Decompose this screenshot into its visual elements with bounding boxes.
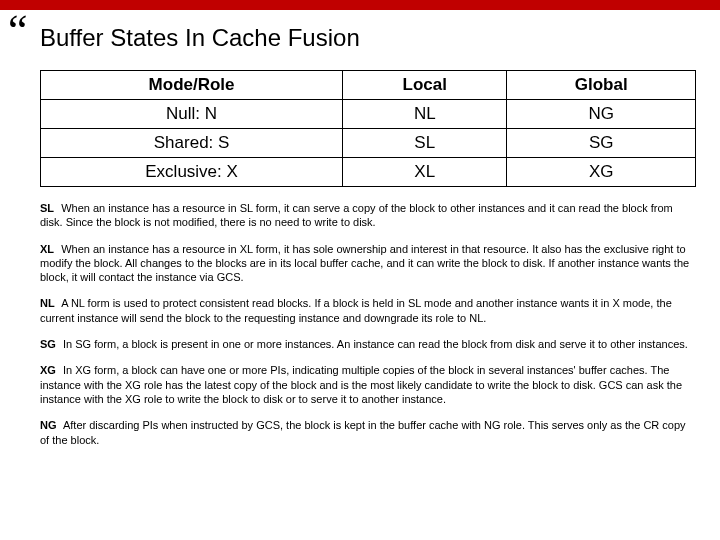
cell-mode: Exclusive: X bbox=[41, 158, 343, 187]
definition-term: XG bbox=[40, 364, 56, 376]
definition-term: SG bbox=[40, 338, 56, 350]
definition-term: XL bbox=[40, 243, 54, 255]
accent-bar bbox=[0, 0, 720, 10]
definition-item: SG In SG form, a block is present in one… bbox=[40, 337, 696, 351]
definition-text: In XG form, a block can have one or more… bbox=[40, 364, 682, 405]
definition-item: NG After discarding PIs when instructed … bbox=[40, 418, 696, 447]
definition-term: NL bbox=[40, 297, 55, 309]
slide-content: Mode/Role Local Global Null: N NL NG Sha… bbox=[40, 70, 696, 459]
table-row: Null: N NL NG bbox=[41, 100, 696, 129]
cell-local: SL bbox=[343, 129, 507, 158]
cell-local: XL bbox=[343, 158, 507, 187]
cell-global: NG bbox=[507, 100, 696, 129]
quote-mark-icon: “ bbox=[8, 18, 28, 44]
buffer-states-table: Mode/Role Local Global Null: N NL NG Sha… bbox=[40, 70, 696, 187]
definition-item: XG In XG form, a block can have one or m… bbox=[40, 363, 696, 406]
definition-text: In SG form, a block is present in one or… bbox=[63, 338, 688, 350]
definition-item: SL When an instance has a resource in SL… bbox=[40, 201, 696, 230]
definition-term: SL bbox=[40, 202, 54, 214]
definition-text: After discarding PIs when instructed by … bbox=[40, 419, 686, 445]
definition-text: When an instance has a resource in XL fo… bbox=[40, 243, 689, 284]
definitions-list: SL When an instance has a resource in SL… bbox=[40, 201, 696, 447]
table-row: Exclusive: X XL XG bbox=[41, 158, 696, 187]
table-header-row: Mode/Role Local Global bbox=[41, 71, 696, 100]
definition-text: When an instance has a resource in SL fo… bbox=[40, 202, 673, 228]
col-global: Global bbox=[507, 71, 696, 100]
cell-mode: Null: N bbox=[41, 100, 343, 129]
table-row: Shared: S SL SG bbox=[41, 129, 696, 158]
col-mode-role: Mode/Role bbox=[41, 71, 343, 100]
col-local: Local bbox=[343, 71, 507, 100]
cell-mode: Shared: S bbox=[41, 129, 343, 158]
definition-item: NL A NL form is used to protect consiste… bbox=[40, 296, 696, 325]
definition-item: XL When an instance has a resource in XL… bbox=[40, 242, 696, 285]
definition-text: A NL form is used to protect consistent … bbox=[40, 297, 672, 323]
cell-global: XG bbox=[507, 158, 696, 187]
page-title: Buffer States In Cache Fusion bbox=[40, 24, 360, 52]
definition-term: NG bbox=[40, 419, 57, 431]
cell-local: NL bbox=[343, 100, 507, 129]
cell-global: SG bbox=[507, 129, 696, 158]
